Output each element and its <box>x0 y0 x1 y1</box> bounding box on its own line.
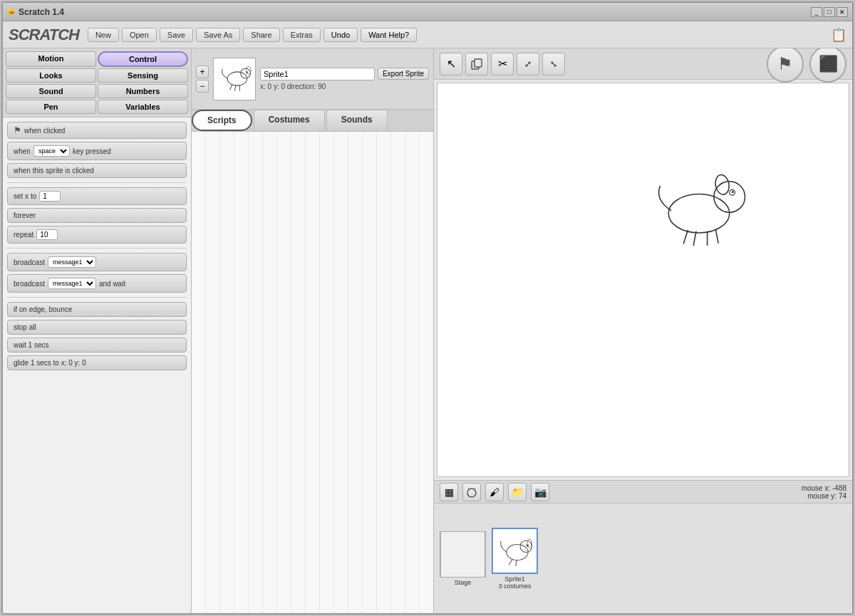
blocks-area: ⚑ when clicked when space key pressed wh… <box>3 118 191 613</box>
block-extra-1[interactable]: stop all <box>7 320 187 335</box>
scratch-logo: SCRATCH <box>9 26 79 44</box>
sprite-library-button[interactable] <box>462 483 481 501</box>
sprite-coords: x: 0 y: 0 direction: 90 <box>260 83 429 90</box>
block-set-x[interactable]: set x to <box>7 187 187 205</box>
svg-point-21 <box>467 489 476 497</box>
key-dropdown[interactable]: space <box>33 145 70 157</box>
svg-line-28 <box>516 560 517 565</box>
add-sprite-button[interactable]: + <box>196 66 209 78</box>
svg-point-1 <box>240 68 250 78</box>
sprite1-label: Sprite13 costumes <box>498 575 531 590</box>
block-label: repeat <box>14 231 33 239</box>
block-label: when this sprite is clicked <box>14 167 94 174</box>
category-variables[interactable]: Variables <box>98 100 188 114</box>
sprites-panel: Stage <box>434 503 852 613</box>
remove-sprite-button[interactable]: − <box>196 80 209 93</box>
block-broadcast[interactable]: broadcast message1 <box>7 253 187 271</box>
sprite-name-input[interactable]: Sprite1 <box>260 68 375 80</box>
flag-icon: ⚑ <box>777 54 793 74</box>
svg-line-6 <box>234 85 235 90</box>
stage-canvas[interactable] <box>437 83 849 477</box>
block-label: glide 1 secs to x: 0 y: 0 <box>14 359 86 367</box>
block-broadcast-wait[interactable]: broadcast message1 and wait <box>7 274 187 293</box>
cursor-tool-button[interactable]: ↖ <box>440 53 462 75</box>
mouse-y: mouse y: 74 <box>802 492 846 500</box>
sprite-info: Sprite1 Export Sprite x: 0 y: 0 directio… <box>260 68 429 90</box>
svg-point-25 <box>527 544 529 546</box>
mouse-coords: mouse x: -488 mouse y: 74 <box>802 484 846 500</box>
block-edge-bounce[interactable]: if on edge, bounce <box>7 302 187 317</box>
category-sensing[interactable]: Sensing <box>98 68 188 83</box>
undo-button[interactable]: Undo <box>323 28 358 42</box>
block-label: when clicked <box>24 127 65 135</box>
broadcast-dropdown[interactable]: message1 <box>48 256 96 268</box>
sprite1-item[interactable]: Sprite13 costumes <box>492 528 538 590</box>
svg-line-18 <box>693 231 696 246</box>
svg-rect-9 <box>475 59 482 67</box>
stage-view-button[interactable]: ▦ <box>440 483 458 501</box>
sprite-image <box>215 59 254 98</box>
category-motion[interactable]: Motion <box>6 51 96 67</box>
category-numbers[interactable]: Numbers <box>98 84 188 98</box>
title-bar: 🐱 Scratch 1.4 _ □ ✕ <box>3 3 852 21</box>
save-as-button[interactable]: Save As <box>196 28 240 42</box>
x-input[interactable] <box>39 191 61 202</box>
middle-panel: + − <box>192 48 434 613</box>
minimize-button[interactable]: _ <box>811 7 822 17</box>
title-text: Scratch 1.4 <box>19 7 64 17</box>
svg-point-0 <box>227 72 247 85</box>
category-pen[interactable]: Pen <box>6 100 96 114</box>
extras-button[interactable]: Extras <box>283 28 321 42</box>
block-when-flag[interactable]: ⚑ when clicked <box>7 122 187 139</box>
share-button[interactable]: Share <box>243 28 279 42</box>
sprite-header: + − <box>192 48 433 110</box>
sprite-controls: + − <box>196 66 209 93</box>
tab-sounds[interactable]: Sounds <box>326 110 388 131</box>
want-help-button[interactable]: Want Help? <box>361 28 417 42</box>
shrink-tool-button[interactable]: ⤡ <box>542 53 565 75</box>
svg-line-5 <box>229 84 232 90</box>
sprite1-image <box>495 531 534 570</box>
camera-button[interactable]: 📷 <box>531 483 549 501</box>
duplicate-tool-button[interactable] <box>465 53 488 75</box>
grow-tool-button[interactable]: ⤢ <box>517 53 539 75</box>
cut-tool-button[interactable]: ✂ <box>491 53 514 75</box>
open-button[interactable]: Open <box>122 28 157 42</box>
svg-line-17 <box>683 230 688 244</box>
new-button[interactable]: New <box>88 28 119 42</box>
stage-sprite-item[interactable]: Stage <box>440 531 486 586</box>
mouse-x: mouse x: -488 <box>802 484 846 492</box>
block-when-key[interactable]: when space key pressed <box>7 142 187 160</box>
left-panel: Motion Control Looks Sensing Sound Numbe… <box>3 48 192 613</box>
maximize-button[interactable]: □ <box>824 7 835 17</box>
notes-icon[interactable]: 📋 <box>831 27 846 43</box>
block-extra-3[interactable]: glide 1 secs to x: 0 y: 0 <box>7 355 187 370</box>
stop-button[interactable]: ⬛ <box>809 48 846 83</box>
close-button[interactable]: ✕ <box>836 7 848 17</box>
export-sprite-button[interactable]: Export Sprite <box>378 68 429 80</box>
sprite1-thumbnail <box>492 528 538 574</box>
save-button[interactable]: Save <box>160 28 193 42</box>
block-extra-2[interactable]: wait 1 secs <box>7 338 187 353</box>
script-area[interactable] <box>192 132 433 613</box>
block-label: and wait <box>99 280 125 288</box>
separator <box>7 182 187 183</box>
paint-button[interactable]: 🖌 <box>485 483 504 501</box>
stage-thumb-image <box>440 531 485 578</box>
block-when-sprite-clicked[interactable]: when this sprite is clicked <box>7 163 187 178</box>
category-control[interactable]: Control <box>98 51 188 67</box>
repeat-input[interactable] <box>36 229 58 240</box>
tab-scripts[interactable]: Scripts <box>192 110 252 131</box>
import-button[interactable]: 📁 <box>508 483 527 501</box>
green-flag-button[interactable]: ⚑ <box>767 48 804 83</box>
duplicate-icon <box>470 58 483 71</box>
category-looks[interactable]: Looks <box>6 68 96 83</box>
category-sound[interactable]: Sound <box>6 84 96 98</box>
block-label: set x to <box>14 192 36 200</box>
broadcast-wait-dropdown[interactable]: message1 <box>48 278 96 289</box>
tab-costumes[interactable]: Costumes <box>254 110 325 131</box>
cat-icon <box>465 486 478 498</box>
window-controls: _ □ ✕ <box>811 7 848 17</box>
block-repeat[interactable]: repeat <box>7 226 187 244</box>
block-forever[interactable]: forever <box>7 208 187 223</box>
